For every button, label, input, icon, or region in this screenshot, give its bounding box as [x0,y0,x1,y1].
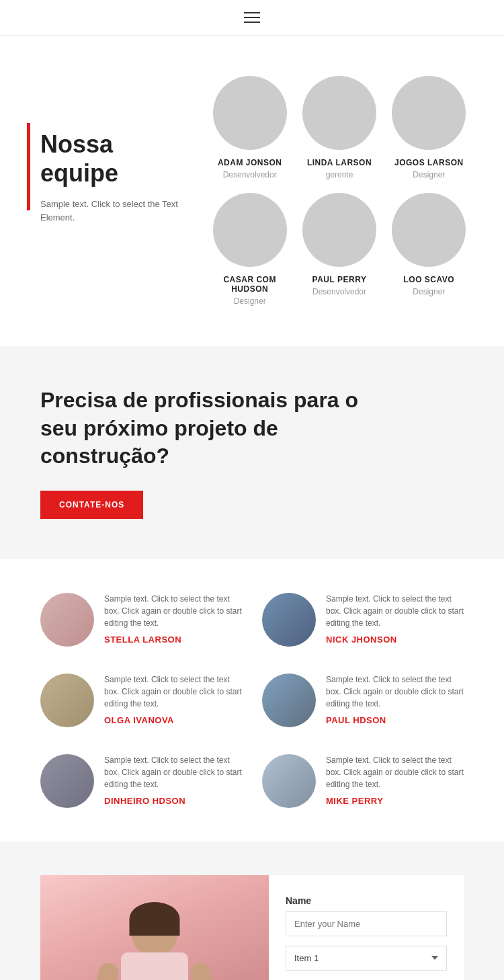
member-avatar [392,76,466,150]
contact-form: Name Item 1 Item 2 Item 3 Phone Message … [269,875,464,980]
staff-item: Sample text. Click to select the text bo… [262,754,464,808]
member-name: LINDA LARSON [307,158,372,167]
staff-name: OLGA IVANOVA [104,715,242,725]
staff-name: MIKE PERRY [326,796,464,806]
staff-avatar [40,754,94,808]
staff-info: Sample text. Click to select the text bo… [104,593,242,645]
staff-section: Sample text. Click to select the text bo… [0,559,504,842]
team-member: LOO SCAVO Designer [388,193,470,306]
staff-name: PAUL HDSON [326,715,464,725]
team-left: Nossa equipe Sample text. Click to selec… [40,76,188,306]
hamburger-line-3 [244,22,260,23]
staff-desc: Sample text. Click to select the text bo… [104,593,242,629]
member-avatar [302,76,376,150]
member-avatar [213,193,287,267]
staff-avatar [40,673,94,727]
staff-info: Sample text. Click to select the text bo… [104,673,242,725]
staff-info: Sample text. Click to select the text bo… [326,593,464,645]
team-section: Nossa equipe Sample text. Click to selec… [0,36,504,346]
team-grid: ADAM JONSON Desenvolvedor LINDA LARSON g… [208,76,470,306]
team-member: LINDA LARSON gerente [298,76,380,179]
contact-section: Name Item 1 Item 2 Item 3 Phone Message … [0,842,504,980]
member-avatar [213,76,287,150]
member-role: Designer [234,296,266,306]
member-role: Designer [413,287,445,296]
team-title: Nossa equipe [40,130,188,188]
member-name: LOO SCAVO [404,275,455,284]
contact-image [40,875,269,980]
staff-info: Sample text. Click to select the text bo… [326,754,464,806]
staff-name: NICK JHONSON [326,635,464,645]
member-name: JOGOS LARSON [394,158,464,167]
member-name: ADAM JONSON [218,158,282,167]
hamburger-line-2 [244,17,260,18]
member-role: Desenvolvedor [312,287,366,296]
name-label: Name [286,895,447,906]
staff-grid: Sample text. Click to select the text bo… [40,593,464,808]
contact-button[interactable]: CONTATE-NOS [40,491,143,519]
staff-item: Sample text. Click to select the text bo… [40,673,242,727]
staff-item: Sample text. Click to select the text bo… [262,673,464,727]
staff-avatar [262,593,316,647]
red-accent-bar [27,123,30,210]
cta-title: Precisa de profissionais para o seu próx… [40,386,376,471]
name-input[interactable] [286,911,447,936]
member-avatar [302,193,376,267]
staff-name: STELLA LARSON [104,635,242,645]
team-member: PAUL PERRY Desenvolvedor [298,193,380,306]
staff-desc: Sample text. Click to select the text bo… [326,754,464,790]
staff-info: Sample text. Click to select the text bo… [326,673,464,725]
hamburger-line-1 [244,12,260,13]
hamburger-menu[interactable] [244,12,260,23]
member-name: PAUL PERRY [312,275,367,284]
member-name: CASAR COM HUDSON [208,275,291,294]
team-subtitle: Sample text. Click to select the Text El… [40,198,188,224]
staff-avatar [40,593,94,647]
staff-item: Sample text. Click to select the text bo… [262,593,464,647]
header [0,0,504,36]
staff-item: Sample text. Click to select the text bo… [40,593,242,647]
staff-avatar [262,673,316,727]
member-role: Desenvolvedor [223,170,277,179]
staff-desc: Sample text. Click to select the text bo… [104,673,242,710]
team-member: CASAR COM HUDSON Designer [208,193,291,306]
item-select[interactable]: Item 1 Item 2 Item 3 [286,946,447,971]
staff-desc: Sample text. Click to select the text bo… [104,754,242,790]
member-role: Designer [413,170,445,179]
staff-avatar [262,754,316,808]
cta-section: Precisa de profissionais para o seu próx… [0,346,504,559]
staff-desc: Sample text. Click to select the text bo… [326,593,464,629]
member-avatar [392,193,466,267]
staff-desc: Sample text. Click to select the text bo… [326,673,464,710]
member-role: gerente [326,170,353,179]
team-member: ADAM JONSON Desenvolvedor [208,76,291,179]
staff-info: Sample text. Click to select the text bo… [104,754,242,806]
staff-item: Sample text. Click to select the text bo… [40,754,242,808]
staff-name: DINHEIRO HDSON [104,796,242,806]
team-member: JOGOS LARSON Designer [388,76,470,179]
